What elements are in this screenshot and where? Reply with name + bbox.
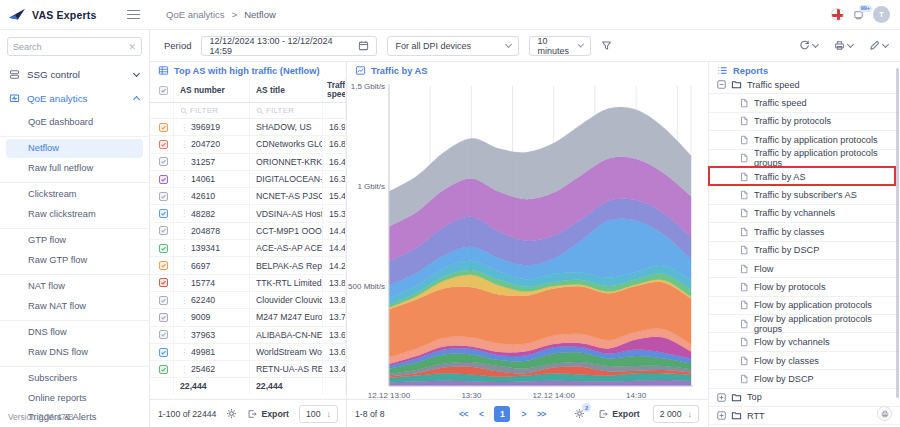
- next-page-button[interactable]: >: [521, 409, 525, 419]
- report-item-flow-by-application-protocols[interactable]: Flow by application protocols: [709, 297, 900, 315]
- reports-scrollbar[interactable]: [896, 68, 899, 398]
- sidebar-item-dns-flow[interactable]: DNS flow: [0, 323, 149, 343]
- print-action[interactable]: [834, 40, 853, 51]
- period-range-input[interactable]: 12/12/2024 13:00 - 12/12/2024 14:59: [201, 36, 377, 56]
- edit-action[interactable]: [869, 40, 888, 51]
- calendar-icon[interactable]: [358, 40, 369, 51]
- col-traffic-speed[interactable]: Traffic speed: [323, 78, 346, 102]
- row-checkbox-cell[interactable]: [150, 327, 174, 343]
- row-checkbox-cell[interactable]: [150, 292, 174, 308]
- print-fab-button[interactable]: [877, 406, 892, 421]
- row-checkbox-cell[interactable]: [150, 309, 174, 325]
- current-page-button[interactable]: 1: [494, 406, 510, 422]
- report-item-flow-by-protocols[interactable]: Flow by protocols: [709, 278, 900, 296]
- sidebar-section-ssg-control[interactable]: SSG control: [0, 62, 149, 86]
- table-row[interactable]: ⋮42610NCNET-AS PJSC Roste15.4: [150, 188, 346, 205]
- drag-handle-icon[interactable]: ⋮: [180, 348, 187, 357]
- report-item-traffic-by-as[interactable]: Traffic by AS: [709, 168, 900, 186]
- sidebar-item-nat-flow[interactable]: NAT flow: [0, 277, 149, 297]
- report-item-traffic-by-application-protocols-groups[interactable]: Traffic by application protocols groups: [709, 150, 900, 168]
- report-item-traffic-by-subscriber-s-as[interactable]: Traffic by subscriber's AS: [709, 186, 900, 204]
- drag-handle-icon[interactable]: ⋮: [180, 261, 187, 270]
- report-item-traffic-by-classes[interactable]: Traffic by classes: [709, 223, 900, 241]
- sidebar-item-netflow[interactable]: Netflow: [6, 139, 143, 159]
- drag-handle-icon[interactable]: ⋮: [180, 226, 187, 235]
- row-checkbox-cell[interactable]: [150, 205, 174, 221]
- sidebar-item-online-reports[interactable]: Online reports: [0, 388, 149, 408]
- drag-handle-icon[interactable]: ⋮: [180, 365, 187, 374]
- row-checkbox[interactable]: [159, 330, 168, 339]
- notifications-icon[interactable]: 99+: [853, 9, 864, 20]
- row-checkbox[interactable]: [159, 226, 168, 235]
- drag-handle-icon[interactable]: ⋮: [180, 244, 187, 253]
- sidebar-item-gtp-flow[interactable]: GTP flow: [0, 231, 149, 251]
- prev-page-button[interactable]: <: [479, 409, 483, 419]
- report-item-traffic-by-vchannels[interactable]: Traffic by vchannels: [709, 205, 900, 223]
- table-row[interactable]: ⋮49981WorldStream WorldStr13.6: [150, 344, 346, 361]
- row-checkbox-cell[interactable]: [150, 188, 174, 204]
- dpi-device-select[interactable]: For all DPI devices: [387, 36, 519, 56]
- report-item-traffic-by-application-protocols[interactable]: Traffic by application protocols: [709, 131, 900, 149]
- row-checkbox[interactable]: [159, 244, 168, 253]
- table-row[interactable]: ⋮9009M247 M247 Europe SRL13.7: [150, 309, 346, 326]
- drag-handle-icon[interactable]: ⋮: [180, 123, 187, 132]
- filter-funnel-icon[interactable]: [601, 40, 612, 51]
- sidebar-item-raw-full-netflow[interactable]: Raw full netflow: [0, 158, 149, 178]
- row-checkbox[interactable]: [159, 123, 168, 132]
- row-checkbox[interactable]: [159, 278, 168, 287]
- row-checkbox[interactable]: [159, 313, 168, 322]
- filter-input[interactable]: [190, 106, 244, 115]
- interval-select[interactable]: 10 minutes: [529, 36, 591, 56]
- table-row[interactable]: ⋮48282VDSINA-AS Hosting te15.3: [150, 205, 346, 222]
- report-item-flow-by-classes[interactable]: Flow by classes: [709, 352, 900, 370]
- col-as-number[interactable]: AS number: [174, 78, 250, 102]
- reports-folder-traffic-speed[interactable]: Traffic speed: [709, 76, 900, 94]
- row-checkbox-cell[interactable]: [150, 223, 174, 239]
- table-row[interactable]: ⋮139341ACE-AS-AP ACE, SG14.4: [150, 240, 346, 257]
- reports-folder-rtt[interactable]: RTT: [709, 407, 900, 425]
- chart-export-button[interactable]: Export: [598, 409, 640, 419]
- sidebar-search[interactable]: ✕: [7, 37, 142, 56]
- report-item-flow[interactable]: Flow: [709, 260, 900, 278]
- sidebar-item-subscribers[interactable]: Subscribers: [0, 369, 149, 389]
- row-checkbox[interactable]: [159, 365, 168, 374]
- sidebar-item-raw-gtp-flow[interactable]: Raw GTP flow: [0, 250, 149, 270]
- row-checkbox[interactable]: [159, 209, 168, 218]
- sidebar-item-raw-nat-flow[interactable]: Raw NAT flow: [0, 296, 149, 316]
- row-checkbox-cell[interactable]: [150, 361, 174, 377]
- clear-search-icon[interactable]: ✕: [128, 42, 136, 52]
- row-checkbox-cell[interactable]: [150, 240, 174, 256]
- chart-settings-gear-icon[interactable]: 2: [574, 408, 585, 419]
- expand-icon[interactable]: [717, 411, 726, 420]
- sidebar-item-raw-dns-flow[interactable]: Raw DNS flow: [0, 342, 149, 362]
- table-row[interactable]: ⋮6697BELPAK-AS Republican14.2: [150, 257, 346, 274]
- drag-handle-icon[interactable]: ⋮: [180, 140, 187, 149]
- table-settings-gear-icon[interactable]: [226, 408, 237, 419]
- table-row[interactable]: ⋮204720CDNetworks GLOBAL (16.8: [150, 136, 346, 153]
- user-avatar[interactable]: T: [873, 6, 890, 23]
- report-item-traffic-by-protocols[interactable]: Traffic by protocols: [709, 113, 900, 131]
- row-checkbox[interactable]: [159, 296, 168, 305]
- report-item-traffic-speed[interactable]: Traffic speed: [709, 94, 900, 112]
- expand-icon[interactable]: [717, 393, 726, 402]
- table-row[interactable]: ⋮204878CCT-M9P1 OOO "Sovre14.4: [150, 223, 346, 240]
- table-row[interactable]: ⋮396919SHADOW, US16.9: [150, 119, 346, 136]
- col-as-title[interactable]: AS title: [250, 78, 323, 102]
- report-item-flow-by-dscp[interactable]: Flow by DSCP: [709, 370, 900, 388]
- report-item-traffic-by-dscp[interactable]: Traffic by DSCP: [709, 242, 900, 260]
- collapse-icon[interactable]: [717, 80, 726, 89]
- select-all-checkbox[interactable]: [150, 78, 174, 102]
- row-checkbox-cell[interactable]: [150, 154, 174, 170]
- drag-handle-icon[interactable]: ⋮: [180, 157, 187, 166]
- breadcrumb-item-qoe[interactable]: QoE analytics: [166, 9, 225, 20]
- search-input[interactable]: [13, 42, 128, 52]
- drag-handle-icon[interactable]: ⋮: [180, 296, 187, 305]
- row-checkbox-cell[interactable]: [150, 136, 174, 152]
- report-item-flow-by-application-protocols-groups[interactable]: Flow by application protocols groups: [709, 315, 900, 333]
- refresh-action[interactable]: [799, 40, 818, 51]
- reports-folder-top[interactable]: Top: [709, 389, 900, 407]
- row-checkbox[interactable]: [159, 348, 168, 357]
- drag-handle-icon[interactable]: ⋮: [180, 278, 187, 287]
- table-row[interactable]: ⋮14061DIGITALOCEAN-ASN, U16.3: [150, 171, 346, 188]
- sidebar-item-qoe-dashboard[interactable]: QoE dashboard: [0, 112, 149, 132]
